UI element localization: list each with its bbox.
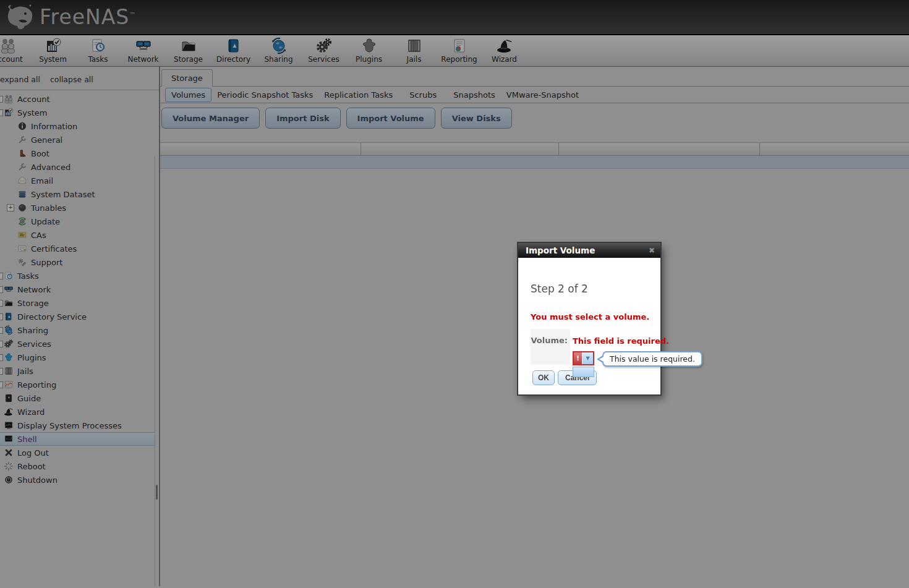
dialog-title: Import Volume — [526, 245, 595, 255]
dialog-title-bar[interactable]: Import Volume ✖ — [518, 243, 660, 258]
validation-tooltip: This value is required. — [602, 351, 702, 367]
chevron-down-icon[interactable]: ▼ — [583, 352, 593, 364]
ok-button[interactable]: OK — [532, 370, 555, 385]
import-volume-dialog: Import Volume ✖ Step 2 of 2 You must sel… — [518, 243, 660, 394]
close-icon[interactable]: ✖ — [649, 243, 655, 258]
dialog-body: Step 2 of 2 You must select a volume. Vo… — [518, 258, 660, 394]
field-error-message: This field is required. — [573, 336, 669, 346]
modal-overlay — [0, 0, 909, 588]
validation-alert-icon: ! — [574, 352, 582, 364]
dropdown-open-panel[interactable] — [573, 367, 594, 377]
volume-select-dropdown[interactable]: ! ▼ — [573, 351, 594, 365]
form-error-message: You must select a volume. — [531, 312, 649, 322]
wizard-step-label: Step 2 of 2 — [531, 283, 588, 295]
volume-field-label: Volume: — [531, 329, 570, 365]
